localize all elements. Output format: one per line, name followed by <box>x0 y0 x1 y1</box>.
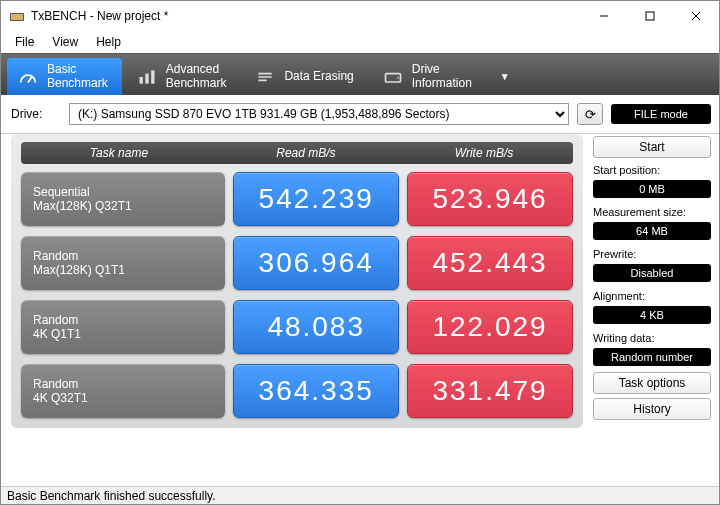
write-value: 122.029 <box>407 300 573 354</box>
bench-row: Random 4K Q32T1 364.335 331.479 <box>21 364 573 418</box>
write-value: 523.946 <box>407 172 573 226</box>
prewrite-label: Prewrite: <box>593 248 711 260</box>
minimize-button[interactable] <box>581 1 627 31</box>
svg-rect-8 <box>145 73 148 83</box>
benchmark-panel: Task name Read mB/s Write mB/s Sequentia… <box>11 134 583 428</box>
svg-rect-9 <box>151 70 154 83</box>
status-bar: Basic Benchmark finished successfully. <box>1 486 720 505</box>
task-line1: Random <box>33 249 213 263</box>
main-area: Task name Read mB/s Write mB/s Sequentia… <box>1 134 720 432</box>
write-value: 452.443 <box>407 236 573 290</box>
read-value: 48.083 <box>233 300 399 354</box>
menubar: File View Help <box>1 31 720 53</box>
task-cell[interactable]: Random 4K Q32T1 <box>21 364 225 418</box>
measurement-size-value[interactable]: 64 MB <box>593 222 711 240</box>
refresh-button[interactable]: ⟳ <box>577 103 603 125</box>
task-line1: Sequential <box>33 185 213 199</box>
measurement-size-label: Measurement size: <box>593 206 711 218</box>
gauge-icon <box>17 66 39 88</box>
tab-overflow-button[interactable]: ▼ <box>490 65 520 88</box>
window-title: TxBENCH - New project * <box>31 9 581 23</box>
history-button[interactable]: History <box>593 398 711 420</box>
file-mode-button[interactable]: FILE mode <box>611 104 711 124</box>
write-value: 331.479 <box>407 364 573 418</box>
read-value: 364.335 <box>233 364 399 418</box>
start-position-label: Start position: <box>593 164 711 176</box>
bench-row: Sequential Max(128K) Q32T1 542.239 523.9… <box>21 172 573 226</box>
task-line2: 4K Q1T1 <box>33 327 213 341</box>
titlebar: TxBENCH - New project * <box>1 1 720 31</box>
writing-data-value[interactable]: Random number <box>593 348 711 366</box>
tab-advanced-benchmark[interactable]: Advanced Benchmark <box>126 58 241 95</box>
bench-header: Task name Read mB/s Write mB/s <box>21 142 573 164</box>
bench-row: Random 4K Q1T1 48.083 122.029 <box>21 300 573 354</box>
read-value: 542.239 <box>233 172 399 226</box>
bench-row: Random Max(128K) Q1T1 306.964 452.443 <box>21 236 573 290</box>
maximize-button[interactable] <box>627 1 673 31</box>
svg-rect-3 <box>646 12 654 20</box>
writing-data-label: Writing data: <box>593 332 711 344</box>
task-line2: Max(128K) Q1T1 <box>33 263 213 277</box>
task-line2: Max(128K) Q32T1 <box>33 199 213 213</box>
col-read: Read mB/s <box>217 146 395 160</box>
drive-select[interactable]: (K:) Samsung SSD 870 EVO 1TB 931.49 GB (… <box>69 103 569 125</box>
drive-icon <box>382 66 404 88</box>
read-value: 306.964 <box>233 236 399 290</box>
app-icon <box>9 8 25 24</box>
alignment-value[interactable]: 4 KB <box>593 306 711 324</box>
task-cell[interactable]: Sequential Max(128K) Q32T1 <box>21 172 225 226</box>
drive-toolbar: Drive: (K:) Samsung SSD 870 EVO 1TB 931.… <box>1 95 720 134</box>
side-panel: Start Start position: 0 MB Measurement s… <box>593 134 711 428</box>
tab-label: Basic Benchmark <box>47 63 108 91</box>
tab-strip: Basic Benchmark Advanced Benchmark Data … <box>1 53 720 95</box>
prewrite-value[interactable]: Disabled <box>593 264 711 282</box>
refresh-icon: ⟳ <box>585 107 596 122</box>
task-line1: Random <box>33 377 213 391</box>
svg-rect-1 <box>11 14 23 20</box>
start-button[interactable]: Start <box>593 136 711 158</box>
svg-point-11 <box>397 77 399 79</box>
menu-file[interactable]: File <box>7 33 42 51</box>
svg-line-6 <box>28 77 32 83</box>
close-button[interactable] <box>673 1 719 31</box>
tab-label: Drive Information <box>412 63 472 91</box>
bars-icon <box>136 66 158 88</box>
menu-help[interactable]: Help <box>88 33 129 51</box>
tab-label: Data Erasing <box>284 70 353 84</box>
task-cell[interactable]: Random Max(128K) Q1T1 <box>21 236 225 290</box>
col-write: Write mB/s <box>395 146 573 160</box>
svg-rect-7 <box>139 77 142 84</box>
tab-label: Advanced Benchmark <box>166 63 227 91</box>
alignment-label: Alignment: <box>593 290 711 302</box>
erase-icon <box>254 66 276 88</box>
menu-view[interactable]: View <box>44 33 86 51</box>
drive-label: Drive: <box>11 107 61 121</box>
col-task: Task name <box>21 146 217 160</box>
task-cell[interactable]: Random 4K Q1T1 <box>21 300 225 354</box>
task-line1: Random <box>33 313 213 327</box>
task-line2: 4K Q32T1 <box>33 391 213 405</box>
tab-drive-information[interactable]: Drive Information <box>372 58 486 95</box>
task-options-button[interactable]: Task options <box>593 372 711 394</box>
tab-basic-benchmark[interactable]: Basic Benchmark <box>7 58 122 95</box>
start-position-value[interactable]: 0 MB <box>593 180 711 198</box>
tab-data-erasing[interactable]: Data Erasing <box>244 58 367 95</box>
